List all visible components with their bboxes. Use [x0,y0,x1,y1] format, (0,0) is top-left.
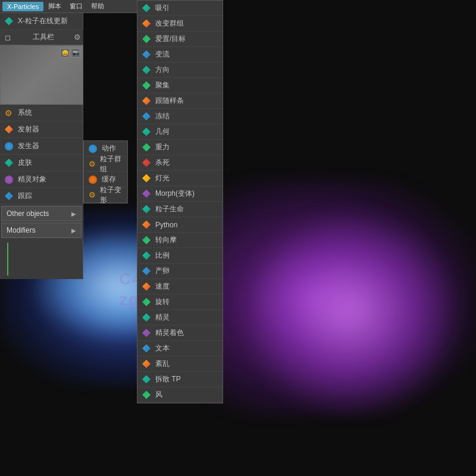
generator-icon [4,141,14,152]
panel-item-system[interactable]: ⚙ 系统 [0,105,83,121]
other-objects-button[interactable]: Other objects ▶ [1,206,82,221]
mod-item-freeze[interactable]: 冻结 [137,109,223,124]
sprite-mod-label: 精灵 [155,312,170,322]
menubar-item-window[interactable]: 窗口 [66,1,86,12]
cache-icon [87,174,98,185]
submenu-item-particle-group[interactable]: ⚙ 粒子群组 [84,156,127,172]
mod-item-attract[interactable]: 吸引 [137,1,223,16]
attract-icon [141,3,152,14]
spawn-icon [141,266,152,277]
mod-item-follow-spline[interactable]: 跟随样条 [137,93,223,109]
toolbar-icon-1[interactable]: ◻ [2,32,13,43]
mod-item-turbulence2[interactable]: 紊乱 [137,356,223,372]
panel-item-skin[interactable]: 皮肤 [0,155,83,171]
panel-item-generator[interactable]: 发生器 [0,138,83,155]
preview-area: 😀 📷 [0,45,83,105]
toolbar-label: 工具栏 [33,32,54,42]
mod-item-gravity[interactable]: 重力 [137,140,223,155]
mod-item-scatter-tp[interactable]: 拆散 TP [137,372,223,387]
python-label: Python [155,221,177,229]
turbulence2-icon [141,359,152,369]
menubar-tab-xparticles[interactable]: X-Particles [2,2,43,11]
change-group-icon [141,18,152,29]
mod-item-speed[interactable]: 速度 [137,279,223,295]
mod-item-light[interactable]: 灯光 [137,171,223,186]
mod-item-geometry[interactable]: 几何 [137,124,223,140]
sprite-color-label: 精灵着色 [155,328,184,338]
morph-icon [141,189,152,199]
panel-item-track[interactable]: 跟踪 [0,188,83,205]
steer-friction-icon [141,235,152,246]
update-label: X-粒子在线更新 [18,16,68,26]
panel-item-sprite[interactable]: 精灵对象 [0,171,83,188]
timeline-area [0,239,83,279]
track-label: 跟踪 [18,191,32,201]
turbulence-label: 变流 [155,49,170,60]
track-icon [4,191,14,202]
modifiers-button[interactable]: Modifiers ▶ [1,223,82,238]
preview-icons: 😀 📷 [60,48,80,58]
sprite-icon [4,174,14,185]
flock-icon [141,80,152,91]
mod-item-sprite-color[interactable]: 精灵着色 [137,325,223,341]
panel-item-update[interactable]: X-粒子在线更新 [0,13,83,30]
particle-group-icon: ⚙ [87,159,96,170]
mod-item-aim-target[interactable]: 爱置/目标 [137,32,223,47]
scatter-tp-label: 拆散 TP [155,374,181,384]
skin-icon [4,158,14,168]
particle-deform-icon: ⚙ [87,190,96,201]
other-objects-label: Other objects [7,209,49,218]
mod-item-change-group[interactable]: 改变群组 [137,16,223,32]
menubar-item-help[interactable]: 帮助 [87,1,108,12]
rotation-icon [141,297,152,308]
mod-item-steer-friction[interactable]: 转向摩 [137,233,223,248]
toolbar-gear-icon[interactable]: ⚙ [74,33,81,42]
follow-spline-label: 跟随样条 [155,96,184,106]
mod-item-flock[interactable]: 聚集 [137,78,223,93]
sprite-color-icon [141,328,152,339]
aim-target-label: 爱置/目标 [155,34,186,44]
particle-life-label: 粒子生命 [155,204,184,214]
modifiers-arrow: ▶ [71,227,76,234]
mod-item-turbulence[interactable]: 变流 [137,47,223,62]
particle-life-icon [141,204,152,215]
kill-label: 杀死 [155,158,170,168]
action-icon [87,143,98,154]
scale-icon [141,250,152,261]
mod-item-spawn[interactable]: 产卵 [137,264,223,279]
preview-icon-cam[interactable]: 📷 [71,48,80,58]
mod-item-kill[interactable]: 杀死 [137,155,223,171]
direction-label: 方向 [155,65,170,75]
rotation-label: 旋转 [155,297,170,307]
menubar: X-Particles 脚本 窗口 帮助 [0,0,143,13]
mod-item-particle-life[interactable]: 粒子生命 [137,202,223,217]
mod-item-sprite[interactable]: 精灵 [137,310,223,325]
mod-item-morph[interactable]: Morph(变体) [137,186,223,202]
other-objects-arrow: ▶ [71,211,76,217]
particle-deform-label: 粒子变形 [100,185,124,205]
attract-label: 吸引 [155,3,170,13]
mod-item-python[interactable]: Python [137,217,223,233]
change-group-label: 改变群组 [155,18,184,29]
gravity-label: 重力 [155,142,170,152]
preview-icon-face[interactable]: 😀 [60,48,70,58]
mod-item-rotation[interactable]: 旋转 [137,295,223,310]
morph-label: Morph(变体) [155,189,195,199]
submenu-item-particle-deform[interactable]: ⚙ 粒子变形 [84,187,127,203]
wind-icon [141,390,152,400]
mod-item-direction[interactable]: 方向 [137,62,223,78]
panel-item-emitter[interactable]: 发射器 [0,121,83,138]
mod-item-text[interactable]: 文本 [137,341,223,356]
menubar-item-script[interactable]: 脚本 [45,1,65,12]
flock-label: 聚集 [155,80,170,90]
emitter-label: 发射器 [18,124,39,134]
mod-item-scale[interactable]: 比例 [137,248,223,264]
turbulence2-label: 紊乱 [155,359,170,369]
gravity-icon [141,142,152,153]
modifiers-label: Modifiers [7,226,36,234]
ui-panel: X-Particles 脚本 窗口 帮助 X-粒子在线更新 ◻ 工具栏 ⚙ [0,0,143,279]
other-objects-submenu: 动作 ⚙ 粒子群组 缓存 ⚙ 粒子变形 [83,140,128,203]
geometry-label: 几何 [155,127,170,137]
mod-item-wind[interactable]: 风 [137,387,223,403]
particle-group-label: 粒子群组 [100,154,124,174]
